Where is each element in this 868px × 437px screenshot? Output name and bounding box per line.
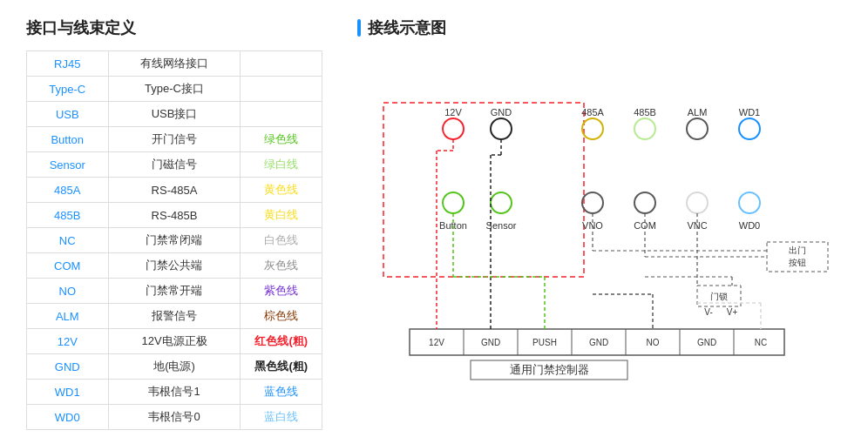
svg-point-21 — [687, 192, 708, 213]
svg-text:V+: V+ — [727, 307, 738, 317]
table-row: ALM 报警信号 棕色线 — [27, 304, 322, 329]
svg-rect-0 — [383, 103, 584, 277]
interface-desc: 地(电源) — [108, 354, 241, 380]
interface-desc: 门禁常闭端 — [108, 228, 241, 253]
wire-color: 黑色线(粗) — [241, 354, 322, 380]
svg-point-17 — [582, 192, 603, 213]
wire-color — [241, 77, 322, 102]
svg-text:门锁: 门锁 — [710, 292, 728, 301]
wiring-diagram: 12V GND 485A 485B ALM WD1 But — [357, 50, 845, 381]
table-row: COM 门禁公共端 灰色线 — [27, 253, 322, 279]
wire-color: 红色线(粗) — [241, 329, 322, 354]
interface-desc: 门禁常开端 — [108, 279, 241, 304]
svg-text:WD0: WD0 — [739, 220, 760, 231]
right-section: 接线示意图 12V GND 485A 485B AL — [357, 17, 845, 381]
wire-color: 绿色线 — [241, 127, 322, 152]
table-row: WD1 韦根信号1 蓝色线 — [27, 380, 322, 405]
wire-color: 紫色线 — [241, 279, 322, 304]
wire-color: 绿白线 — [241, 152, 322, 178]
wire-color: 黄白线 — [241, 203, 322, 228]
table-row: 485A RS-485A 黄色线 — [27, 178, 322, 203]
interface-desc: Type-C接口 — [108, 77, 241, 102]
svg-text:485B: 485B — [634, 107, 656, 118]
table-row: WD0 韦根信号0 蓝白线 — [27, 405, 322, 430]
interface-name: WD1 — [27, 380, 109, 405]
interface-desc: 韦根信号1 — [108, 380, 241, 405]
table-row: 12V 12V电源正极 红色线(粗) — [27, 329, 322, 354]
svg-text:WD1: WD1 — [739, 107, 760, 118]
svg-text:NO: NO — [647, 338, 660, 347]
svg-point-7 — [634, 118, 655, 139]
interface-name: ALM — [27, 304, 109, 329]
left-section: 接口与线束定义 RJ45 有线网络接口 Type-C Type-C接口 USB … — [26, 17, 322, 430]
table-row: Button 开门信号 绿色线 — [27, 127, 322, 152]
table-row: GND 地(电源) 黑色线(粗) — [27, 354, 322, 380]
svg-text:出门: 出门 — [789, 245, 806, 255]
svg-text:GND: GND — [589, 338, 608, 347]
interface-desc: 门磁信号 — [108, 152, 241, 178]
svg-text:通用门禁控制器: 通用门禁控制器 — [510, 363, 589, 376]
interface-name: RJ45 — [27, 51, 109, 77]
svg-text:V-: V- — [704, 307, 712, 317]
svg-point-15 — [491, 192, 512, 213]
wire-color — [241, 102, 322, 127]
table-row: RJ45 有线网络接口 — [27, 51, 322, 77]
wire-color: 灰色线 — [241, 253, 322, 279]
svg-text:ALM: ALM — [688, 107, 708, 118]
interface-name: 485A — [27, 178, 109, 203]
wire-color: 黄色线 — [241, 178, 322, 203]
left-title: 接口与线束定义 — [26, 17, 322, 38]
svg-text:12V: 12V — [444, 107, 462, 118]
wire-color: 蓝白线 — [241, 405, 322, 430]
table-row: NC 门禁常闭端 白色线 — [27, 228, 322, 253]
interface-desc: USB接口 — [108, 102, 241, 127]
interface-name: 12V — [27, 329, 109, 354]
interface-desc: 报警信号 — [108, 304, 241, 329]
interface-desc: 门禁公共端 — [108, 253, 241, 279]
svg-point-23 — [739, 192, 760, 213]
svg-text:12V: 12V — [429, 338, 444, 347]
right-title: 接线示意图 — [357, 17, 845, 38]
svg-text:按钮: 按钮 — [789, 258, 806, 267]
table-row: Sensor 门磁信号 绿白线 — [27, 152, 322, 178]
interface-desc: 有线网络接口 — [108, 51, 241, 77]
svg-point-13 — [443, 192, 464, 213]
svg-point-19 — [634, 192, 655, 213]
interface-name: WD0 — [27, 405, 109, 430]
svg-text:NC: NC — [755, 338, 767, 347]
interface-desc: 韦根信号0 — [108, 405, 241, 430]
interface-desc: 开门信号 — [108, 127, 241, 152]
svg-point-9 — [687, 118, 708, 139]
interface-desc: 12V电源正极 — [108, 329, 241, 354]
interface-name: Type-C — [27, 77, 109, 102]
svg-point-1 — [443, 118, 464, 139]
interface-name: NO — [27, 279, 109, 304]
interface-desc: RS-485B — [108, 203, 241, 228]
table-row: NO 门禁常开端 紫色线 — [27, 279, 322, 304]
svg-point-5 — [582, 118, 603, 139]
table-row: USB USB接口 — [27, 102, 322, 127]
definition-table: RJ45 有线网络接口 Type-C Type-C接口 USB USB接口 Bu… — [26, 50, 322, 430]
wire-color: 白色线 — [241, 228, 322, 253]
interface-desc: RS-485A — [108, 178, 241, 203]
table-row: 485B RS-485B 黄白线 — [27, 203, 322, 228]
svg-text:GND: GND — [491, 107, 512, 118]
interface-name: USB — [27, 102, 109, 127]
main-container: 接口与线束定义 RJ45 有线网络接口 Type-C Type-C接口 USB … — [26, 17, 842, 430]
interface-name: NC — [27, 228, 109, 253]
svg-point-11 — [739, 118, 760, 139]
wire-color: 棕色线 — [241, 304, 322, 329]
table-row: Type-C Type-C接口 — [27, 77, 322, 102]
interface-name: Button — [27, 127, 109, 152]
interface-name: COM — [27, 253, 109, 279]
svg-text:GND: GND — [481, 338, 500, 347]
interface-name: 485B — [27, 203, 109, 228]
wire-color: 蓝色线 — [241, 380, 322, 405]
wire-color — [241, 51, 322, 77]
svg-text:485A: 485A — [581, 107, 604, 118]
svg-point-3 — [491, 118, 512, 139]
interface-name: Sensor — [27, 152, 109, 178]
svg-text:GND: GND — [697, 338, 716, 347]
svg-text:PUSH: PUSH — [532, 338, 557, 347]
interface-name: GND — [27, 354, 109, 380]
